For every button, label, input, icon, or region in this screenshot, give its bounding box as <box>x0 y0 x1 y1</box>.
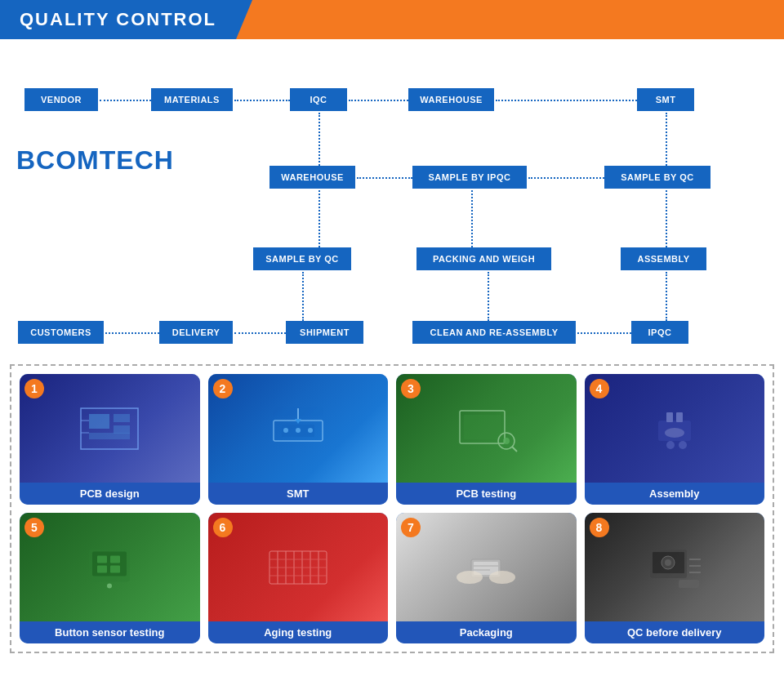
connector-v7 <box>488 272 489 321</box>
testing-icon <box>453 404 519 453</box>
connector-v5 <box>666 190 667 247</box>
svg-rect-3 <box>114 425 130 434</box>
svg-point-47 <box>489 571 515 584</box>
connector-v3 <box>318 190 320 247</box>
svg-point-11 <box>308 428 313 433</box>
connector-v2 <box>318 113 320 166</box>
svg-rect-4 <box>89 433 130 439</box>
flow-box-sample-qc-right: SAMPLE BY QC <box>604 166 710 189</box>
photo-label-2: SMT <box>208 483 389 505</box>
photo-image-6: 6 <box>208 513 389 621</box>
photo-number-7: 7 <box>401 518 421 537</box>
svg-point-46 <box>457 571 483 584</box>
tablet-icon <box>81 545 138 590</box>
photo-label-5: Button sensor testing <box>20 621 200 643</box>
photo-item-1: 1 PCB design <box>20 374 200 505</box>
svg-point-27 <box>107 583 112 588</box>
photo-item-4: 4 Assembly <box>585 374 765 505</box>
flow-box-smt-top: SMT <box>637 88 694 111</box>
photo-image-3: 3 <box>396 374 577 483</box>
photo-number-1: 1 <box>24 379 44 398</box>
connector-v4 <box>471 190 473 247</box>
photo-image-2: 2 <box>208 374 389 483</box>
photos-section: 1 PCB design 2 <box>10 364 774 653</box>
flow-box-materials: MATERIALS <box>151 88 233 111</box>
photo-image-1: 1 <box>20 374 200 483</box>
flow-box-packing-weigh: PACKING AND WEIGH <box>416 247 551 270</box>
svg-rect-30 <box>97 565 107 572</box>
svg-rect-1 <box>89 414 109 429</box>
photo-number-3: 3 <box>401 379 421 398</box>
svg-point-23 <box>679 441 687 449</box>
aging-icon <box>265 543 331 592</box>
photo-number-8: 8 <box>590 518 609 537</box>
photo-image-5: 5 <box>20 513 200 621</box>
svg-point-18 <box>503 438 510 444</box>
flow-box-ipqc-bottom: IPQC <box>631 321 688 344</box>
header: QUALITY CONTROL <box>0 0 784 39</box>
photo-image-7: 7 <box>396 513 577 621</box>
photo-label-7: Packaging <box>396 621 577 643</box>
photo-number-4: 4 <box>590 379 609 398</box>
flow-box-iqc: IQC <box>290 88 347 111</box>
photo-image-4: 4 <box>585 374 765 483</box>
connector-3 <box>349 100 408 101</box>
svg-rect-28 <box>97 555 107 563</box>
photo-image-8: 8 <box>585 513 765 621</box>
connector-2 <box>234 100 290 101</box>
qc-delivery-icon <box>642 543 707 592</box>
photo-label-6: Aging testing <box>208 621 389 643</box>
svg-rect-20 <box>666 412 673 422</box>
flow-box-vendor: VENDOR <box>24 88 98 111</box>
page-title: QUALITY CONTROL <box>0 0 236 39</box>
assembly-icon <box>642 404 707 453</box>
svg-point-10 <box>296 428 301 433</box>
flow-box-delivery: DELIVERY <box>159 321 233 344</box>
svg-point-22 <box>666 441 675 449</box>
header-decoration <box>236 0 784 39</box>
photo-label-8: QC before delivery <box>585 621 765 643</box>
svg-marker-13 <box>295 419 301 424</box>
svg-rect-31 <box>110 565 120 572</box>
photo-number-5: 5 <box>24 518 44 537</box>
connector-v8 <box>666 272 667 321</box>
photo-number-2: 2 <box>213 379 233 398</box>
connector-1 <box>100 100 151 101</box>
smt-icon <box>265 404 331 453</box>
photo-number-6: 6 <box>213 518 233 537</box>
svg-rect-55 <box>679 580 699 588</box>
svg-line-17 <box>512 447 517 452</box>
flow-box-warehouse-mid: WAREHOUSE <box>270 166 355 189</box>
company-logo: BCOMTECH <box>16 145 174 176</box>
flow-box-warehouse-top: WAREHOUSE <box>408 88 494 111</box>
connector-9 <box>577 332 631 334</box>
connector-6 <box>528 177 604 179</box>
photo-label-1: PCB design <box>20 483 200 505</box>
flow-diagram: BCOMTECH VENDOR MATERIALS IQC WAREHOUSE … <box>0 39 784 358</box>
photo-item-7: 7 Packaging <box>396 513 577 643</box>
svg-rect-29 <box>110 555 120 563</box>
svg-point-24 <box>665 428 684 438</box>
svg-rect-21 <box>676 412 683 422</box>
photo-label-3: PCB testing <box>396 483 577 505</box>
flow-box-assembly: ASSEMBLY <box>621 247 706 270</box>
flow-box-shipment: SHIPMENT <box>286 321 363 344</box>
connector-v1 <box>666 113 667 166</box>
svg-rect-15 <box>464 415 501 439</box>
photo-item-8: 8 QC before delivery <box>585 513 765 643</box>
pcb-icon <box>77 404 142 453</box>
connector-v6 <box>302 272 304 321</box>
photo-item-3: 3 PCB testing <box>396 374 577 505</box>
flow-box-clean-reassembly: CLEAN AND RE-ASSEMBLY <box>412 321 576 344</box>
svg-point-51 <box>665 559 671 566</box>
packaging-icon <box>453 543 519 592</box>
flow-box-sample-ipqc: SAMPLE BY IPQC <box>412 166 527 189</box>
connector-8 <box>234 332 286 334</box>
connector-4 <box>496 100 637 101</box>
photos-grid: 1 PCB design 2 <box>20 374 764 643</box>
svg-rect-2 <box>114 414 130 422</box>
photo-item-5: 5 Button sensor testing <box>20 513 200 643</box>
photo-item-2: 2 SMT <box>208 374 389 505</box>
connector-5 <box>357 177 412 179</box>
photo-label-4: Assembly <box>585 483 765 505</box>
